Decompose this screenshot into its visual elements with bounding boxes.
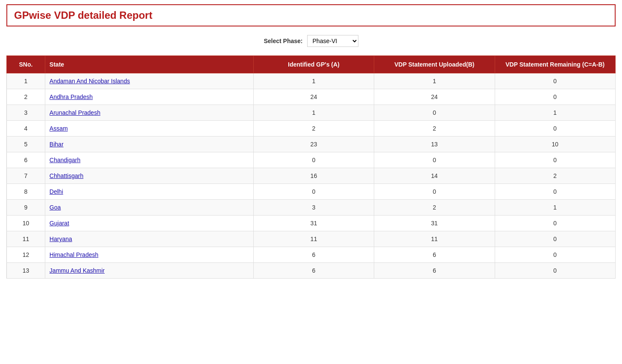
cell-uploaded: 11 (374, 231, 495, 247)
header-sno: SNo. (7, 56, 45, 73)
cell-identified: 16 (253, 168, 374, 184)
cell-state[interactable]: Chandigarh (45, 152, 253, 168)
cell-remaining: 0 (495, 184, 615, 200)
cell-identified: 24 (253, 89, 374, 105)
cell-state[interactable]: Andaman And Nicobar Islands (45, 73, 253, 89)
cell-identified: 1 (253, 73, 374, 89)
state-link[interactable]: Andhra Pradesh (50, 93, 93, 100)
cell-uploaded: 1 (374, 73, 495, 89)
cell-state[interactable]: Haryana (45, 231, 253, 247)
cell-sno: 5 (7, 137, 45, 152)
cell-state[interactable]: Assam (45, 121, 253, 137)
table-row: 2Andhra Pradesh24240 (7, 89, 616, 105)
cell-state[interactable]: Delhi (45, 184, 253, 200)
cell-remaining: 0 (495, 89, 615, 105)
state-link[interactable]: Himachal Pradesh (50, 251, 98, 258)
table-row: 12Himachal Pradesh660 (7, 247, 616, 263)
table-row: 5Bihar231310 (7, 137, 616, 152)
cell-identified: 6 (253, 247, 374, 263)
cell-identified: 2 (253, 121, 374, 137)
state-link[interactable]: Haryana (50, 236, 72, 242)
phase-select[interactable]: Phase-IPhase-IIPhase-IIIPhase-IVPhase-VP… (307, 35, 358, 47)
cell-uploaded: 31 (374, 215, 495, 231)
table-row: 13Jammu And Kashmir660 (7, 263, 616, 279)
state-link[interactable]: Chandigarh (50, 157, 80, 163)
cell-sno: 11 (7, 231, 45, 247)
page-title-box: GPwise VDP detailed Report (6, 4, 616, 26)
cell-state[interactable]: Andhra Pradesh (45, 89, 253, 105)
cell-uploaded: 6 (374, 263, 495, 279)
cell-sno: 1 (7, 73, 45, 89)
cell-remaining: 0 (495, 247, 615, 263)
cell-state[interactable]: Chhattisgarh (45, 168, 253, 184)
cell-identified: 0 (253, 152, 374, 168)
header-vdp-remaining: VDP Statement Remaining (C=A-B) (495, 56, 615, 73)
header-vdp-uploaded: VDP Statement Uploaded(B) (374, 56, 495, 73)
state-link[interactable]: Gujarat (50, 220, 69, 227)
cell-sno: 4 (7, 121, 45, 137)
state-link[interactable]: Chhattisgarh (50, 172, 83, 179)
cell-identified: 6 (253, 263, 374, 279)
table-row: 1Andaman And Nicobar Islands110 (7, 73, 616, 89)
page-title: GPwise VDP detailed Report (14, 9, 153, 21)
cell-state[interactable]: Jammu And Kashmir (45, 263, 253, 279)
cell-state[interactable]: Himachal Pradesh (45, 247, 253, 263)
cell-uploaded: 14 (374, 168, 495, 184)
cell-sno: 7 (7, 168, 45, 184)
cell-identified: 23 (253, 137, 374, 152)
cell-remaining: 1 (495, 105, 615, 121)
state-link[interactable]: Jammu And Kashmir (50, 267, 105, 274)
phase-selector-label: Select Phase: (264, 38, 302, 44)
cell-sno: 10 (7, 215, 45, 231)
state-link[interactable]: Andaman And Nicobar Islands (50, 78, 130, 84)
cell-sno: 9 (7, 200, 45, 215)
cell-sno: 6 (7, 152, 45, 168)
cell-identified: 11 (253, 231, 374, 247)
cell-uploaded: 0 (374, 184, 495, 200)
table-row: 4Assam220 (7, 121, 616, 137)
cell-uploaded: 0 (374, 105, 495, 121)
cell-uploaded: 24 (374, 89, 495, 105)
table-row: 10Gujarat31310 (7, 215, 616, 231)
cell-uploaded: 6 (374, 247, 495, 263)
cell-uploaded: 0 (374, 152, 495, 168)
state-link[interactable]: Bihar (50, 141, 64, 148)
cell-state[interactable]: Goa (45, 200, 253, 215)
state-link[interactable]: Arunachal Pradesh (50, 109, 100, 116)
cell-uploaded: 2 (374, 121, 495, 137)
header-state: State (45, 56, 253, 73)
cell-remaining: 10 (495, 137, 615, 152)
cell-sno: 12 (7, 247, 45, 263)
table-header: SNo. State Identified GP's (A) VDP State… (7, 56, 616, 73)
header-row: SNo. State Identified GP's (A) VDP State… (7, 56, 616, 73)
state-link[interactable]: Assam (50, 125, 68, 132)
cell-remaining: 1 (495, 200, 615, 215)
cell-state[interactable]: Gujarat (45, 215, 253, 231)
phase-selector: Select Phase: Phase-IPhase-IIPhase-IIIPh… (6, 35, 616, 47)
cell-identified: 3 (253, 200, 374, 215)
cell-sno: 2 (7, 89, 45, 105)
cell-sno: 8 (7, 184, 45, 200)
table-row: 3Arunachal Pradesh101 (7, 105, 616, 121)
cell-identified: 0 (253, 184, 374, 200)
report-table: SNo. State Identified GP's (A) VDP State… (6, 55, 616, 279)
state-link[interactable]: Goa (50, 204, 61, 211)
table-row: 11Haryana11110 (7, 231, 616, 247)
cell-sno: 13 (7, 263, 45, 279)
cell-remaining: 2 (495, 168, 615, 184)
cell-sno: 3 (7, 105, 45, 121)
cell-remaining: 0 (495, 263, 615, 279)
cell-remaining: 0 (495, 152, 615, 168)
cell-remaining: 0 (495, 73, 615, 89)
table-row: 9Goa321 (7, 200, 616, 215)
cell-state[interactable]: Arunachal Pradesh (45, 105, 253, 121)
page-wrapper: GPwise VDP detailed Report Select Phase:… (0, 0, 622, 283)
cell-remaining: 0 (495, 121, 615, 137)
table-body: 1Andaman And Nicobar Islands1102Andhra P… (7, 73, 616, 279)
cell-uploaded: 13 (374, 137, 495, 152)
cell-state[interactable]: Bihar (45, 137, 253, 152)
cell-remaining: 0 (495, 215, 615, 231)
cell-identified: 1 (253, 105, 374, 121)
state-link[interactable]: Delhi (50, 188, 63, 195)
cell-remaining: 0 (495, 231, 615, 247)
